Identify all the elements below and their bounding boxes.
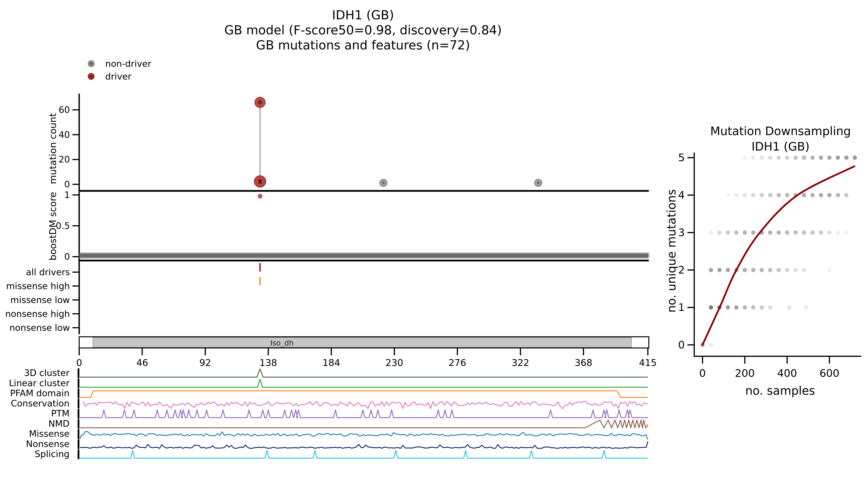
down-sample-dot bbox=[853, 156, 857, 160]
track-label: Splicing bbox=[35, 449, 69, 459]
track-label: PTM bbox=[51, 408, 69, 419]
row-label: missense high bbox=[6, 281, 70, 291]
track-label: Missense bbox=[29, 428, 69, 439]
xtick-label: 92 bbox=[199, 357, 211, 368]
legend-nondriver-label: non-driver bbox=[105, 59, 151, 69]
down-sample-dot bbox=[785, 268, 789, 272]
down-sample-dot bbox=[751, 268, 755, 272]
observed-mutations-plot: all driversmissense highmissense lownons… bbox=[5, 263, 261, 333]
protein-domain-track: 04692138184230276322368415 bbox=[76, 337, 657, 368]
down-sample-dot bbox=[776, 156, 781, 160]
xtick-label: 0 bbox=[76, 357, 82, 368]
driver-score-point-core bbox=[259, 195, 261, 197]
downsampling-title-line2: IDH1 (GB) bbox=[751, 140, 810, 153]
title-gene: IDH1 (GB) bbox=[332, 8, 394, 22]
down-sample-dot bbox=[760, 305, 764, 310]
down-sample-dot bbox=[768, 230, 772, 235]
main-title: IDH1 (GB) GB model (F-score50=0.98, disc… bbox=[224, 8, 502, 52]
down-sample-dot bbox=[827, 193, 832, 197]
xtick-label: 368 bbox=[575, 357, 592, 368]
down-sample-dot bbox=[776, 230, 781, 235]
xtick-label: 276 bbox=[448, 357, 466, 368]
down-sample-dot bbox=[709, 230, 713, 235]
needle-plot: 0204060 bbox=[59, 97, 542, 190]
domain-label: Iso_dh bbox=[270, 339, 293, 347]
legend-nondriver-dot-core bbox=[90, 62, 93, 65]
track-axis-bar bbox=[78, 399, 80, 409]
boostdm-score-plot: 00.51 bbox=[56, 190, 649, 262]
down-ytick-label: 3 bbox=[678, 226, 685, 238]
down-ytick-label: 2 bbox=[678, 264, 685, 276]
ylabel-unique-mutations: no. unique mutations bbox=[665, 189, 678, 313]
nondriver-point-core bbox=[382, 182, 384, 184]
down-sample-dot bbox=[794, 156, 798, 160]
track-line-linear-cluster bbox=[80, 379, 648, 387]
xlabel-samples: no. samples bbox=[745, 384, 815, 397]
title-mutations: GB mutations and features (n=72) bbox=[256, 38, 470, 52]
down-sample-dot bbox=[726, 193, 730, 197]
down-sample-dot bbox=[734, 305, 738, 310]
row-label: nonsense low bbox=[9, 323, 70, 333]
down-xtick-label: 600 bbox=[819, 367, 839, 379]
down-sample-dot bbox=[776, 268, 781, 272]
ytick-label: 40 bbox=[59, 129, 70, 140]
track-label: PFAM domain bbox=[10, 388, 69, 398]
down-sample-dot bbox=[768, 193, 772, 197]
track-axis-bar bbox=[78, 450, 80, 459]
track-label: Conservation bbox=[11, 398, 69, 409]
track-line-conservation bbox=[83, 401, 648, 409]
down-sample-dot bbox=[751, 230, 755, 235]
down-sample-dot bbox=[743, 193, 747, 197]
down-sample-dot bbox=[734, 230, 738, 235]
down-sample-dot bbox=[785, 230, 789, 235]
down-sample-dot bbox=[819, 193, 823, 197]
down-sample-dot bbox=[802, 230, 806, 235]
legend-driver-label: driver bbox=[105, 71, 131, 82]
down-sample-dot bbox=[717, 268, 722, 272]
track-line-3d-cluster bbox=[80, 369, 648, 377]
down-sample-dot bbox=[709, 305, 713, 310]
down-sample-dot bbox=[717, 230, 722, 235]
down-xtick-label: 0 bbox=[699, 367, 706, 379]
downsampling-plot: 0123450200400600 bbox=[678, 152, 861, 379]
down-ytick-label: 1 bbox=[678, 301, 685, 314]
xtick-label: 230 bbox=[385, 357, 403, 368]
down-sample-dot bbox=[743, 230, 747, 235]
driver-point-core bbox=[258, 180, 262, 184]
down-sample-dot bbox=[751, 305, 755, 310]
down-sample-dot bbox=[794, 268, 798, 272]
down-sample-dot bbox=[768, 305, 772, 310]
track-line-missense bbox=[80, 431, 648, 440]
down-ytick-label: 0 bbox=[678, 339, 685, 351]
figure-canvas: IDH1 (GB) GB model (F-score50=0.98, disc… bbox=[0, 0, 868, 485]
xtick-label: 184 bbox=[322, 357, 340, 368]
downsampling-title-line1: Mutation Downsampling bbox=[710, 124, 851, 138]
feature-tracks: 3D clusterLinear clusterPFAM domainConse… bbox=[9, 368, 648, 459]
track-line-splicing bbox=[80, 450, 648, 458]
down-sample-dot bbox=[751, 193, 755, 197]
down-sample-dot bbox=[734, 193, 738, 197]
down-sample-dot bbox=[709, 268, 713, 272]
down-sample-dot bbox=[787, 305, 791, 310]
down-sample-dot bbox=[819, 156, 823, 160]
xtick-label: 138 bbox=[259, 357, 277, 368]
ytick-label: 0 bbox=[64, 252, 70, 262]
down-sample-dot bbox=[776, 193, 781, 197]
axes-spines bbox=[79, 94, 649, 334]
track-axis-bar bbox=[78, 419, 80, 429]
xtick-label: 322 bbox=[512, 357, 529, 368]
track-line-ptm bbox=[80, 410, 648, 418]
ytick-label: 0.5 bbox=[56, 221, 70, 231]
down-sample-dot bbox=[844, 230, 848, 235]
down-ytick-label: 5 bbox=[678, 152, 685, 164]
row-label: missense low bbox=[10, 295, 70, 305]
down-sample-dot bbox=[827, 268, 832, 272]
down-sample-dot bbox=[785, 156, 789, 160]
down-sample-dot bbox=[760, 268, 764, 272]
down-sample-dot bbox=[827, 230, 832, 235]
ytick-label: 60 bbox=[59, 105, 70, 115]
observed-mutation-tick bbox=[259, 277, 261, 285]
down-sample-dot bbox=[794, 230, 798, 235]
pfam-domain-rect bbox=[93, 337, 631, 347]
driver-point-core bbox=[258, 100, 262, 105]
